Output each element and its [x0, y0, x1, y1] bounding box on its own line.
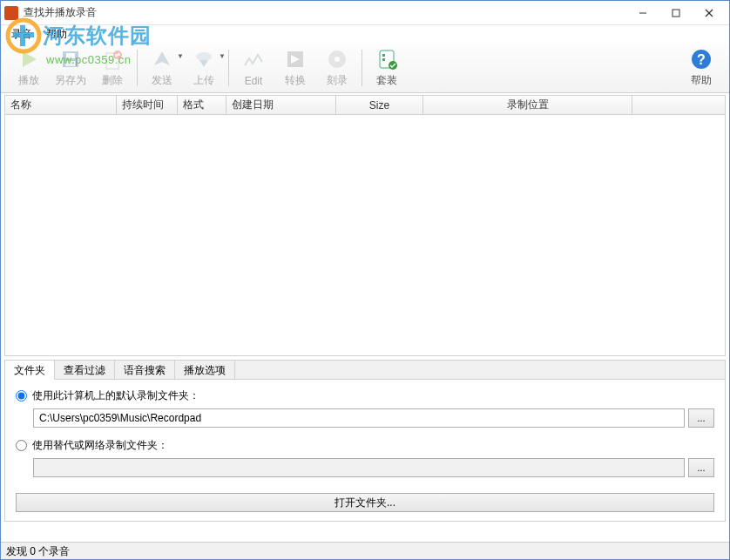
delete-icon: [100, 47, 125, 71]
svg-point-21: [335, 57, 340, 62]
tab-voice-search[interactable]: 语音搜索: [115, 361, 175, 379]
maximize-button[interactable]: [659, 3, 693, 24]
send-button[interactable]: 发送 ▼: [141, 44, 183, 91]
edit-icon: [241, 49, 266, 73]
radio-alt-folder[interactable]: [16, 440, 27, 451]
menu-bar: 录音 帮助: [1, 25, 729, 43]
menu-help[interactable]: 帮助: [39, 25, 74, 43]
tab-play-options[interactable]: 播放选项: [175, 361, 235, 379]
send-icon: [150, 47, 174, 71]
radio-default-label: 使用此计算机上的默认录制文件夹：: [32, 388, 199, 403]
column-date[interactable]: 创建日期: [226, 96, 336, 114]
svg-rect-9: [66, 53, 75, 58]
help-icon: ?: [689, 47, 713, 71]
table-header: 名称 持续时间 格式 创建日期 Size 录制位置: [5, 96, 725, 115]
convert-icon: [283, 47, 308, 71]
upload-button[interactable]: 上传 ▼: [183, 44, 225, 91]
svg-point-16: [196, 52, 212, 61]
radio-alt-label: 使用替代或网络录制文件夹：: [32, 438, 168, 453]
svg-marker-7: [23, 51, 37, 67]
options-panel: 文件夹 查看过滤 语音搜索 播放选项 使用此计算机上的默认录制文件夹： ... …: [4, 360, 726, 522]
burn-button[interactable]: 刻录: [316, 44, 358, 91]
delete-button[interactable]: 删除: [91, 44, 133, 91]
minimize-button[interactable]: [626, 3, 659, 24]
toolbar: 播放 另存为 删除 发送 ▼ 上传 ▼ Edit 转换 刻录 套装 ? 帮助: [1, 43, 729, 93]
edit-button[interactable]: Edit: [233, 44, 274, 91]
close-button[interactable]: [693, 3, 726, 24]
convert-button[interactable]: 转换: [274, 44, 316, 91]
toolbar-separator: [137, 50, 138, 86]
svg-marker-17: [199, 60, 208, 67]
app-icon: [4, 6, 18, 20]
open-folder-button[interactable]: 打开文件夹...: [16, 493, 714, 512]
svg-rect-10: [65, 61, 76, 66]
browse-alt-button[interactable]: ...: [688, 458, 714, 477]
table-body[interactable]: [5, 115, 725, 355]
column-duration[interactable]: 持续时间: [117, 96, 178, 114]
radio-default-folder-row[interactable]: 使用此计算机上的默认录制文件夹：: [16, 388, 714, 403]
toolbar-separator: [362, 50, 362, 86]
svg-rect-4: [673, 10, 679, 17]
window-title: 查找并播放录音: [24, 5, 626, 20]
chevron-down-icon: ▼: [219, 52, 226, 60]
suite-button[interactable]: 套装: [366, 44, 408, 91]
svg-rect-24: [382, 58, 385, 61]
save-icon: [58, 47, 83, 71]
column-size[interactable]: Size: [336, 96, 423, 114]
column-location[interactable]: 录制位置: [423, 96, 632, 114]
radio-default-folder[interactable]: [16, 390, 27, 401]
column-spacer: [632, 96, 725, 114]
default-path-input[interactable]: [33, 408, 685, 428]
burn-icon: [325, 47, 349, 71]
play-button[interactable]: 播放: [8, 44, 50, 91]
svg-rect-23: [382, 54, 385, 57]
svg-marker-15: [154, 51, 170, 65]
status-bar: 发现 0 个录音: [1, 542, 729, 559]
upload-icon: [192, 47, 216, 71]
title-bar: 查找并播放录音: [1, 1, 729, 25]
browse-default-button[interactable]: ...: [688, 408, 714, 428]
save-as-button[interactable]: 另存为: [50, 44, 91, 91]
play-icon: [17, 47, 41, 71]
toolbar-separator: [228, 50, 229, 86]
help-button[interactable]: ? 帮助: [680, 44, 722, 91]
tab-filter[interactable]: 查看过滤: [55, 361, 115, 379]
tab-folder[interactable]: 文件夹: [5, 361, 55, 380]
suite-icon: [375, 47, 399, 71]
column-format[interactable]: 格式: [178, 96, 226, 114]
svg-text:?: ?: [697, 52, 706, 67]
column-name[interactable]: 名称: [5, 96, 117, 114]
tab-content-folder: 使用此计算机上的默认录制文件夹： ... 使用替代或网络录制文件夹： ... 打…: [5, 380, 725, 521]
menu-recording[interactable]: 录音: [4, 25, 39, 43]
status-text: 发现 0 个录音: [6, 545, 70, 557]
alt-path-input: [33, 458, 685, 477]
radio-alt-folder-row[interactable]: 使用替代或网络录制文件夹：: [16, 438, 714, 453]
tab-strip: 文件夹 查看过滤 语音搜索 播放选项: [5, 361, 725, 380]
recordings-table: 名称 持续时间 格式 创建日期 Size 录制位置: [4, 95, 726, 356]
